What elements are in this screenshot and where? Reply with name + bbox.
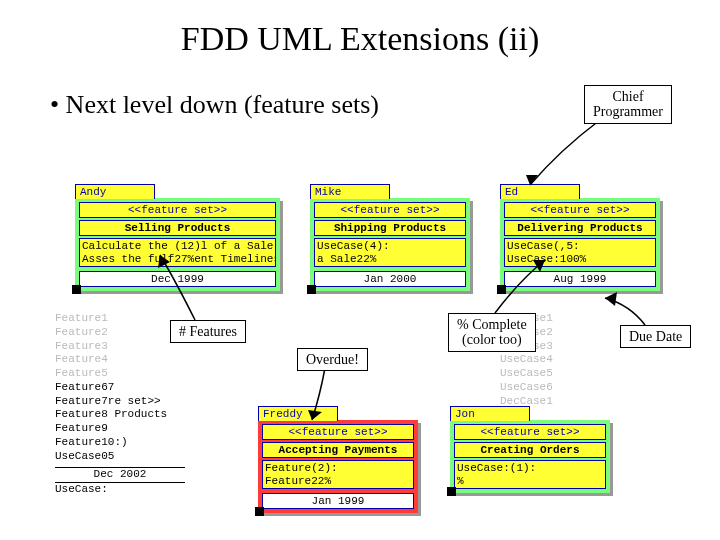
callout-num-features: # Features — [170, 320, 246, 343]
card-rows: UseCase(,5: UseCase:100% — [504, 238, 656, 267]
resize-handle-icon — [72, 285, 81, 294]
resize-handle-icon — [255, 507, 264, 516]
card-stereotype: <<feature set>> — [504, 202, 656, 218]
card-owner-tab: Mike — [310, 184, 390, 199]
resize-handle-icon — [497, 285, 506, 294]
card-creating: Jon <<feature set>> Creating Orders UseC… — [450, 420, 610, 493]
slide-subtitle: Next level down (feature sets) — [50, 90, 379, 120]
card-rows: Calculate the (12)l of a Sale Asses the … — [79, 238, 276, 267]
card-date: Dec 1999 — [79, 271, 276, 287]
callout-pct-complete: % Complete (color too) — [448, 313, 536, 352]
card-owner-tab: Jon — [450, 406, 530, 421]
card-stereotype: <<feature set>> — [314, 202, 466, 218]
resize-handle-icon — [447, 487, 456, 496]
ghost-feature-list: Feature1 Feature2 Feature3 Feature4 Feat… — [55, 312, 185, 497]
card-rows: UseCase(4): a Sale22% — [314, 238, 466, 267]
card-date: Jan 2000 — [314, 271, 466, 287]
card-delivering: Ed <<feature set>> Delivering Products U… — [500, 198, 660, 291]
card-owner-tab: Ed — [500, 184, 580, 199]
card-title: Creating Orders — [454, 442, 606, 458]
svg-marker-4 — [605, 292, 617, 306]
card-title: Accepting Payments — [262, 442, 414, 458]
callout-overdue: Overdue! — [297, 348, 368, 371]
card-owner-tab: Andy — [75, 184, 155, 199]
card-stereotype: <<feature set>> — [79, 202, 276, 218]
card-title: Shipping Products — [314, 220, 466, 236]
card-date: Jan 1999 — [262, 493, 414, 509]
card-title: Selling Products — [79, 220, 276, 236]
card-owner-tab: Freddy — [258, 406, 338, 421]
callout-chief-programmer: Chief Programmer — [584, 85, 672, 124]
card-title: Delivering Products — [504, 220, 656, 236]
card-accepting: Freddy <<feature set>> Accepting Payment… — [258, 420, 418, 513]
card-stereotype: <<feature set>> — [454, 424, 606, 440]
card-rows: UseCase:(1): % — [454, 460, 606, 489]
card-rows: Feature(2): Feature22% — [262, 460, 414, 489]
slide-title: FDD UML Extensions (ii) — [0, 20, 720, 58]
card-selling: Andy <<feature set>> Selling Products Ca… — [75, 198, 280, 291]
resize-handle-icon — [307, 285, 316, 294]
card-date: Aug 1999 — [504, 271, 656, 287]
callout-due-date: Due Date — [620, 325, 691, 348]
card-shipping: Mike <<feature set>> Shipping Products U… — [310, 198, 470, 291]
card-stereotype: <<feature set>> — [262, 424, 414, 440]
